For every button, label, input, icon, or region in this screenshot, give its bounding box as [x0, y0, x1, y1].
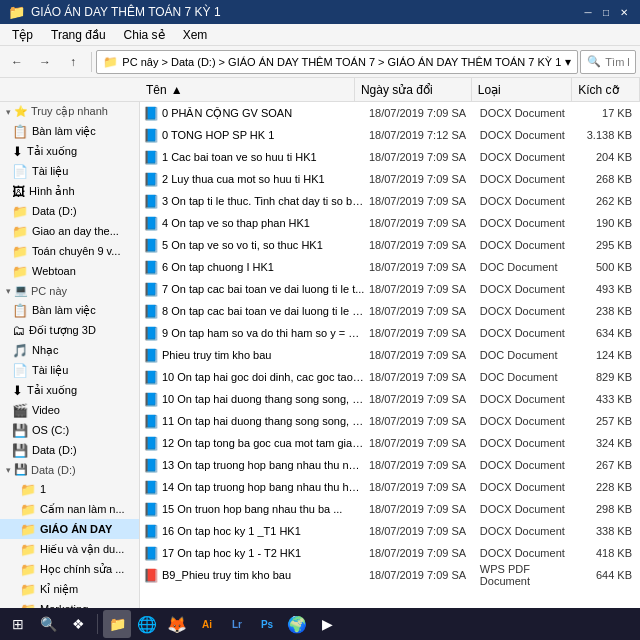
- table-row[interactable]: 📘 15 On truon hop bang nhau thu ba ... 1…: [140, 498, 640, 520]
- col-header-size[interactable]: Kích cỡ: [572, 78, 640, 101]
- sidebar-icon-folder2: 📁: [12, 224, 28, 239]
- address-dropdown-icon[interactable]: ▾: [565, 55, 571, 69]
- browser2-taskbar-button[interactable]: 🌍: [283, 610, 311, 638]
- close-button[interactable]: ✕: [616, 4, 632, 20]
- sidebar-item-os-c[interactable]: 💾 OS (C:): [0, 420, 139, 440]
- media-taskbar-button[interactable]: ▶: [313, 610, 341, 638]
- maximize-button[interactable]: □: [598, 4, 614, 20]
- file-date: 18/07/2019 7:09 SA: [369, 547, 480, 559]
- expand-icon-pc: ▾: [6, 286, 11, 296]
- address-bar[interactable]: 📁 PC nây > Data (D:) > GIÁO ÁN DAY THÊM …: [96, 50, 578, 74]
- sidebar-item-downloads2[interactable]: ⬇ Tải xuống: [0, 380, 139, 400]
- table-row[interactable]: 📘 0 TONG HOP SP HK 1 18/07/2019 7:12 SA …: [140, 124, 640, 146]
- file-date: 18/07/2019 7:09 SA: [369, 415, 480, 427]
- file-type: DOCX Document: [480, 503, 575, 515]
- sidebar-group-pc[interactable]: ▾ 💻 PC này: [0, 281, 139, 300]
- table-row[interactable]: 📘 10 On tap hai duong thang song song, t…: [140, 388, 640, 410]
- col-header-name[interactable]: Tên ▲: [140, 78, 355, 101]
- sidebar-item-hoc[interactable]: 📁 Học chính sửa ...: [0, 559, 139, 579]
- file-date: 18/07/2019 7:09 SA: [369, 217, 480, 229]
- table-row[interactable]: 📘 6 On tap chuong I HK1 18/07/2019 7:09 …: [140, 256, 640, 278]
- table-row[interactable]: 📘 12 On tap tong ba goc cua mot tam giac…: [140, 432, 640, 454]
- table-row[interactable]: 📘 9 On tap ham so va do thi ham so y = a…: [140, 322, 640, 344]
- menu-view[interactable]: Xem: [175, 26, 216, 44]
- file-name: 2 Luy thua cua mot so huu ti HK1: [162, 173, 369, 185]
- table-row[interactable]: 📘 11 On tap hai duong thang song song, t…: [140, 410, 640, 432]
- minimize-button[interactable]: ─: [580, 4, 596, 20]
- firefox-taskbar-button[interactable]: 🦊: [163, 610, 191, 638]
- table-row[interactable]: 📘 10 On tap hai goc doi dinh, cac goc ta…: [140, 366, 640, 388]
- sidebar-item-video[interactable]: 🎬 Video: [0, 400, 139, 420]
- sidebar-item-images[interactable]: 🖼 Hình ảnh: [0, 181, 139, 201]
- file-date: 18/07/2019 7:09 SA: [369, 327, 480, 339]
- sidebar-icon-dl2: ⬇: [12, 383, 23, 398]
- explorer-taskbar-button[interactable]: 📁: [103, 610, 131, 638]
- table-row[interactable]: 📕 B9_Phieu truy tim kho bau 18/07/2019 7…: [140, 564, 640, 586]
- sidebar-item-webtoan[interactable]: 📁 Webtoan: [0, 261, 139, 281]
- photoshop-taskbar-button[interactable]: Ps: [253, 610, 281, 638]
- table-row[interactable]: 📘 14 On tap truong hop bang nhau thu hai…: [140, 476, 640, 498]
- sidebar-label-desktop: Bàn làm việc: [32, 125, 96, 138]
- sidebar-item-hieu[interactable]: 📁 Hiếu và vận du...: [0, 539, 139, 559]
- file-name: 13 On tap truong hop bang nhau thu nha..…: [162, 459, 369, 471]
- file-name: 10 On tap hai goc doi dinh, cac goc tao …: [162, 371, 369, 383]
- table-row[interactable]: 📘 17 On tap hoc ky 1 - T2 HK1 18/07/2019…: [140, 542, 640, 564]
- sidebar-label-desk2: Bàn làm việc: [32, 304, 96, 317]
- table-row[interactable]: 📘 7 On tap cac bai toan ve dai luong ti …: [140, 278, 640, 300]
- lr-taskbar-button[interactable]: Lr: [223, 610, 251, 638]
- table-row[interactable]: 📘 4 On tap ve so thap phan HK1 18/07/201…: [140, 212, 640, 234]
- menu-home[interactable]: Trang đầu: [43, 26, 114, 44]
- search-button[interactable]: 🔍: [34, 610, 62, 638]
- sidebar-item-docs1[interactable]: 📄 Tài liệu: [0, 161, 139, 181]
- sidebar-item-3d[interactable]: 🗂 Đối tượng 3D: [0, 320, 139, 340]
- sidebar-item-desktop1[interactable]: 📋 Bàn làm việc: [0, 121, 139, 141]
- menu-file[interactable]: Tệp: [4, 26, 41, 44]
- table-row[interactable]: 📘 2 Luy thua cua mot so huu ti HK1 18/07…: [140, 168, 640, 190]
- sidebar-icon-desk2: 📋: [12, 303, 28, 318]
- sidebar-label-toan: Toán chuyên 9 v...: [32, 245, 120, 257]
- sidebar-item-desktop2[interactable]: 📋 Bàn làm việc: [0, 300, 139, 320]
- sidebar-item-data-d[interactable]: 📁 Data (D:): [0, 201, 139, 221]
- browser-taskbar-button[interactable]: 🌐: [133, 610, 161, 638]
- sidebar-group-data[interactable]: ▾ 💾 Data (D:): [0, 460, 139, 479]
- file-type-icon: 📕: [140, 568, 162, 583]
- sidebar-item-giao-an[interactable]: 📁 Giao an day the...: [0, 221, 139, 241]
- search-icon: 🔍: [587, 55, 601, 68]
- up-button[interactable]: ↑: [60, 49, 86, 75]
- back-button[interactable]: ←: [4, 49, 30, 75]
- sidebar-item-data-d2[interactable]: 💾 Data (D:): [0, 440, 139, 460]
- sidebar-item-docs2[interactable]: 📄 Tài liệu: [0, 360, 139, 380]
- search-bar[interactable]: 🔍: [580, 50, 636, 74]
- sidebar-item-cam-nan[interactable]: 📁 Cẩm nan làm n...: [0, 499, 139, 519]
- sidebar-item-ki-niem[interactable]: 📁 Kỉ niệm: [0, 579, 139, 599]
- col-header-date[interactable]: Ngày sửa đổi: [355, 78, 472, 101]
- file-type-icon: 📘: [140, 326, 162, 341]
- file-type: DOCX Document: [480, 481, 575, 493]
- file-type-icon: 📘: [140, 260, 162, 275]
- table-row[interactable]: 📘 0 PHẦN CỘNG GV SOAN 18/07/2019 7:09 SA…: [140, 102, 640, 124]
- sidebar-icon-docs2: 📄: [12, 363, 28, 378]
- file-size: 3.138 KB: [575, 129, 640, 141]
- sidebar-item-music[interactable]: 🎵 Nhạc: [0, 340, 139, 360]
- table-row[interactable]: 📘 1 Cac bai toan ve so huu ti HK1 18/07/…: [140, 146, 640, 168]
- table-row[interactable]: 📘 5 On tap ve so vo ti, so thuc HK1 18/0…: [140, 234, 640, 256]
- sidebar-item-marketing[interactable]: 📁 Marketing: [0, 599, 139, 608]
- start-button[interactable]: ⊞: [4, 610, 32, 638]
- sidebar-item-1[interactable]: 📁 1: [0, 479, 139, 499]
- sidebar-item-downloads1[interactable]: ⬇ Tải xuống: [0, 141, 139, 161]
- table-row[interactable]: 📘 13 On tap truong hop bang nhau thu nha…: [140, 454, 640, 476]
- table-row[interactable]: 📘 3 On tap ti le thuc. Tinh chat day ti …: [140, 190, 640, 212]
- sidebar-group-quick-access[interactable]: ▾ ⭐ Truy cập nhanh: [0, 102, 139, 121]
- column-headers: Tên ▲ Ngày sửa đổi Loại Kích cỡ: [0, 78, 640, 102]
- illustrator-taskbar-button[interactable]: Ai: [193, 610, 221, 638]
- task-view-button[interactable]: ❖: [64, 610, 92, 638]
- table-row[interactable]: 📘 8 On tap cac bai toan ve dai luong ti …: [140, 300, 640, 322]
- table-row[interactable]: 📘 Phieu truy tim kho bau 18/07/2019 7:09…: [140, 344, 640, 366]
- sidebar-item-giao-an-day[interactable]: 📁 GIÁO ÁN DAY: [0, 519, 139, 539]
- forward-button[interactable]: →: [32, 49, 58, 75]
- col-header-type[interactable]: Loại: [472, 78, 572, 101]
- sidebar-item-toan[interactable]: 📁 Toán chuyên 9 v...: [0, 241, 139, 261]
- table-row[interactable]: 📘 16 On tap hoc ky 1 _T1 HK1 18/07/2019 …: [140, 520, 640, 542]
- menu-share[interactable]: Chia sẻ: [116, 26, 173, 44]
- search-input[interactable]: [605, 56, 629, 68]
